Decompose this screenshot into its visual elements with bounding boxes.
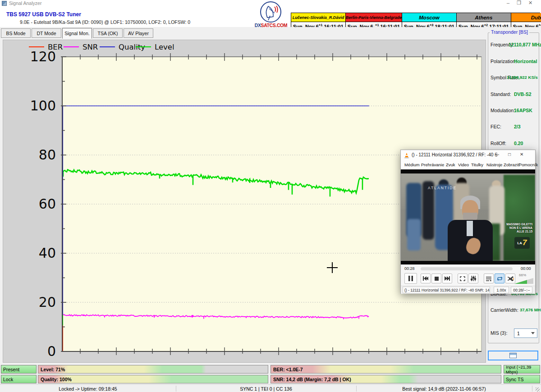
previous-button[interactable]: [421, 273, 431, 283]
fullscreen-button[interactable]: [458, 273, 468, 283]
tab-bs-mode[interactable]: BS Mode: [1, 28, 31, 38]
playlist-button[interactable]: [484, 273, 494, 283]
vlc-total-time: 00:00: [521, 266, 531, 271]
volume-slider[interactable]: [514, 278, 533, 284]
next-button[interactable]: [442, 273, 452, 283]
vlc-menu-help[interactable]: Pomocník: [519, 162, 538, 167]
sync-ts-indicator: Sync TS: [504, 375, 540, 383]
minimize-icon[interactable]: –: [507, 0, 509, 6]
clock-city-label: Moscow: [402, 13, 456, 22]
promo-line: ALLE 21.15: [494, 230, 532, 233]
clock-utc-offset: +1: [375, 23, 379, 27]
maximize-icon[interactable]: ❒: [517, 0, 521, 6]
vlc-menu-playback[interactable]: Prehrávanie: [421, 162, 444, 167]
pause-button[interactable]: [404, 273, 417, 284]
clock-utc-offset: +2: [484, 23, 488, 27]
vlc-menubar: Médium Prehrávanie Zvuk Video Titulky Ná…: [401, 160, 535, 169]
vlc-menu-video[interactable]: Video: [458, 162, 469, 167]
dxsatcs-logo: DXSATCS.COM: [254, 1, 288, 29]
tuner-title: TBS 5927 USB DVB-S2 Tuner: [6, 11, 81, 18]
vlc-menu-view[interactable]: Zobraziť: [504, 162, 519, 167]
mis-label: MIS (3):: [491, 330, 507, 336]
lock-indicator: Lock: [1, 375, 37, 383]
mis-selected-value: 1: [517, 331, 520, 336]
window-list-icon: [509, 353, 517, 358]
signal-analyzer-window: Signal Analyzer – ❒ ✕ TBS 5927 USB DVB-S…: [0, 0, 541, 392]
statusbar-sync: SYNC 1 | TEI 0 | CC 136: [176, 385, 356, 392]
vlc-menu-medium[interactable]: Médium: [404, 162, 420, 167]
tp-fec-label: FEC:: [491, 124, 501, 129]
chevron-down-icon: [531, 332, 535, 334]
vlc-minimize-icon[interactable]: —: [495, 152, 499, 158]
close-icon[interactable]: ✕: [528, 0, 532, 6]
clock-utc-offset: +4: [539, 23, 541, 27]
svg-text:20: 20: [39, 294, 56, 310]
statusbar-uptime: Locked -> Uptime: 09:18:45: [0, 385, 176, 392]
vlc-menu-audio[interactable]: Zvuk: [446, 162, 455, 167]
svg-text:80: 80: [39, 147, 56, 163]
volume-percent-label: 66%: [519, 273, 526, 277]
vlc-seekbar[interactable]: [421, 267, 513, 270]
vlc-statusbar: () - 12111 Horizontal 31396,922 / RF: -4…: [401, 286, 535, 294]
vlc-seek-row: 00:28 00:00: [401, 264, 535, 273]
tp-carrierwidth-value: 37,676 MHz: [520, 307, 541, 312]
vlc-now-playing: () - 12111 Horizontal 31396,922 / RF: -4…: [403, 287, 490, 293]
tuner-subtitle: 9.0E - Eutelsat 9B/Ka-Sat 9A (ID: 0090) …: [20, 19, 190, 25]
clock-city-label: Lučenec-Slovakia_R.Dávid: [291, 13, 345, 22]
tp-carrierwidth-label: CarrierWidth:: [491, 307, 518, 313]
tp-polarization-label: Polarization:: [491, 59, 517, 64]
vlc-menu-tools[interactable]: Nástroje: [486, 162, 502, 167]
ber-progressbar: BER: <1.0E-7: [270, 365, 501, 374]
tab-av-player[interactable]: AV Player: [124, 28, 153, 38]
svg-text:60: 60: [39, 196, 56, 212]
mis-select[interactable]: 1: [514, 328, 537, 338]
quality-progressbar: Quality: 100%: [38, 375, 268, 383]
promo-line: MASSIMO GILETTI: [494, 223, 532, 226]
transponder-title: Transponder [BS]: [490, 29, 529, 35]
vlc-time-display[interactable]: 00:28/--:--: [511, 287, 532, 293]
vlc-window: () - 12111 Horizontal 31396,922 / RF: -4…: [400, 150, 536, 294]
statusbar-separator: [532, 386, 532, 392]
input-indicator: Input (~21,39 Mbps): [504, 365, 540, 374]
vlc-maximize-icon[interactable]: □: [508, 152, 511, 158]
window-title: Signal Analyzer: [9, 0, 41, 6]
tp-rolloff-value: 0.20: [514, 141, 523, 146]
clock-city-label: Berlin-Paris-Vienna-Belgrade: [346, 13, 402, 22]
vlc-video-frame[interactable]: ATLANTIDE MASSIMO GILETTI NON È L'ARENA …: [401, 169, 535, 264]
tp-polarization-value: Horizontal: [514, 59, 537, 64]
clock-city-label: Athens: [457, 13, 511, 22]
svg-text:Level: Level: [155, 43, 174, 51]
tp-standard-value: DVB-S2: [514, 91, 532, 97]
clock-city-label: Dubai: [511, 13, 541, 22]
speaker-icon[interactable]: [509, 276, 514, 282]
la7-la: LA: [517, 241, 522, 245]
video-man-shirt: [467, 221, 473, 236]
tab-tsa[interactable]: TSA (OK): [93, 28, 123, 38]
tp-symbolrate-value: 31396,922 KS/s: [507, 75, 538, 80]
tab-signal-mon[interactable]: Signal Mon.: [62, 28, 92, 39]
present-indicator: Present: [1, 365, 37, 374]
vlc-window-title: () - 12111 Horizontal 31396,922 / RF: -4…: [412, 152, 497, 157]
satellite-dish-icon: [260, 1, 281, 23]
stop-button[interactable]: [431, 273, 441, 283]
level-progressbar: Level: 71%: [38, 365, 268, 374]
panel-action-button[interactable]: [488, 351, 538, 360]
tp-modulation-label: Modulation:: [491, 108, 515, 113]
resize-grip[interactable]: [536, 387, 540, 392]
vlc-close-icon[interactable]: ✕: [520, 152, 523, 158]
vlc-cone-icon: [403, 152, 410, 159]
loop-button[interactable]: [495, 273, 504, 283]
svg-text:40: 40: [39, 245, 56, 261]
extended-settings-button[interactable]: [468, 273, 478, 283]
svg-text:100: 100: [30, 98, 56, 114]
tp-standard-label: Standard:: [491, 91, 511, 97]
vlc-playback-rate[interactable]: 1.00x: [494, 287, 509, 293]
vlc-menu-subtitles[interactable]: Titulky: [471, 162, 483, 167]
clock-utc-offset: +1: [319, 23, 323, 27]
vlc-elapsed-time: 00:28: [404, 266, 415, 271]
la7-channel-logo: LA7: [514, 237, 530, 249]
tab-dt-mode[interactable]: DT Mode: [32, 28, 61, 38]
statusbar: Locked -> Uptime: 09:18:45 SYNC 1 | TEI …: [0, 384, 541, 392]
video-person-silhouette: [407, 219, 421, 251]
statusbar-best-signal: Best signal: 14,9 dB (2022-11-06 06:57): [356, 385, 532, 392]
